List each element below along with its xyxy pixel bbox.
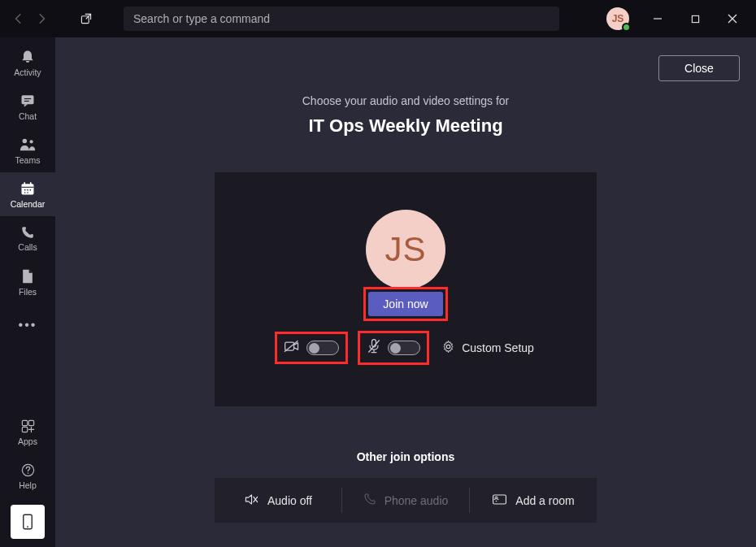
custom-setup-label: Custom Setup <box>462 341 534 354</box>
mic-control <box>367 338 420 358</box>
speaker-off-icon <box>244 493 259 509</box>
app-window: Search or type a command JS Activity <box>0 0 756 547</box>
sidebar-mobile-button[interactable] <box>11 505 45 539</box>
new-window-button[interactable] <box>73 6 99 32</box>
nav-back-button[interactable] <box>8 7 29 31</box>
room-icon <box>492 493 507 508</box>
svg-point-32 <box>446 345 450 349</box>
audio-off-label: Audio off <box>267 494 312 507</box>
sidebar-item-label: Calendar <box>11 199 46 209</box>
add-room-label: Add a room <box>515 494 574 507</box>
sidebar-item-label: Chat <box>19 111 37 121</box>
svg-rect-19 <box>22 420 27 425</box>
window-controls <box>639 0 751 37</box>
close-window-button[interactable] <box>714 0 751 37</box>
highlight-mic <box>360 333 427 362</box>
phone-icon <box>363 493 376 508</box>
audio-off-button[interactable]: Audio off <box>215 478 341 523</box>
file-icon <box>20 268 35 284</box>
nav-arrows <box>8 7 52 31</box>
mic-toggle[interactable] <box>388 341 420 355</box>
minimize-button[interactable] <box>639 0 676 37</box>
avatar-initials: JS <box>612 13 624 24</box>
svg-point-23 <box>27 472 28 474</box>
highlight-camera <box>277 334 345 362</box>
search-placeholder: Search or type a command <box>133 12 270 25</box>
custom-setup-button[interactable]: Custom Setup <box>441 340 534 356</box>
svg-point-36 <box>496 500 497 501</box>
preview-avatar-initials: JS <box>385 230 426 269</box>
nav-forward-button[interactable] <box>31 7 52 31</box>
svg-rect-20 <box>28 420 33 425</box>
body-row: Activity Chat Teams Calendar Calls <box>0 37 756 547</box>
phone-icon <box>20 225 35 240</box>
profile-avatar[interactable]: JS <box>606 7 629 30</box>
join-now-button[interactable]: Join now <box>368 292 443 316</box>
mic-off-icon <box>367 338 381 358</box>
presence-available-icon <box>622 23 631 32</box>
sidebar-item-chat[interactable]: Chat <box>0 85 55 128</box>
sidebar-item-files[interactable]: Files <box>0 260 55 304</box>
svg-point-18 <box>27 192 28 193</box>
sidebar-item-more[interactable]: ••• <box>0 304 55 348</box>
join-now-label: Join now <box>383 297 428 310</box>
camera-toggle[interactable] <box>306 341 339 355</box>
sidebar-item-activity[interactable]: Activity <box>0 41 55 85</box>
search-input[interactable]: Search or type a command <box>124 7 559 31</box>
meeting-title: IT Ops Weekly Meeting <box>308 115 502 137</box>
apps-icon <box>20 419 36 434</box>
sidebar-item-label: Calls <box>18 242 37 252</box>
gear-icon <box>441 340 455 356</box>
sidebar-item-calendar[interactable]: Calendar <box>0 172 55 216</box>
chevron-right-icon <box>36 13 47 24</box>
svg-point-17 <box>24 192 26 193</box>
sidebar-item-teams[interactable]: Teams <box>0 128 55 172</box>
close-button-label: Close <box>684 62 714 75</box>
other-options-heading: Other join options <box>357 450 455 463</box>
sidebar-item-label: Apps <box>18 436 37 446</box>
chevron-left-icon <box>13 13 24 24</box>
svg-rect-2 <box>692 15 698 22</box>
device-controls-row: Custom Setup <box>277 333 534 362</box>
mobile-icon <box>22 513 33 531</box>
main-content: Close Choose your audio and video settin… <box>55 37 756 547</box>
sidebar-item-help[interactable]: Help <box>0 454 55 498</box>
maximize-button[interactable] <box>676 0 714 37</box>
phone-audio-label: Phone audio <box>385 494 449 507</box>
maximize-icon <box>691 15 700 24</box>
add-room-button[interactable]: Add a room <box>470 478 597 523</box>
preview-avatar: JS <box>366 210 445 289</box>
video-preview-panel: JS Join now <box>215 172 597 406</box>
settings-preamble: Choose your audio and video settings for <box>302 94 510 107</box>
teams-icon <box>19 137 37 153</box>
popout-icon <box>80 12 93 25</box>
camera-control <box>284 339 339 357</box>
svg-rect-12 <box>24 182 25 185</box>
svg-point-14 <box>24 189 26 190</box>
help-icon <box>20 462 36 478</box>
sidebar: Activity Chat Teams Calendar Calls <box>0 37 55 547</box>
minimize-icon <box>653 14 663 24</box>
svg-rect-26 <box>285 342 294 350</box>
svg-rect-4 <box>22 95 34 104</box>
other-join-options: Audio off Phone audio Add a room <box>215 478 597 523</box>
svg-point-7 <box>23 138 27 143</box>
camera-off-icon <box>284 339 300 357</box>
svg-rect-13 <box>30 182 32 185</box>
sidebar-item-apps[interactable]: Apps <box>0 410 55 454</box>
svg-point-25 <box>27 526 28 527</box>
titlebar: Search or type a command JS <box>0 0 756 37</box>
svg-rect-3 <box>26 61 29 63</box>
close-button[interactable]: Close <box>658 55 740 81</box>
svg-rect-21 <box>22 427 27 432</box>
sidebar-item-label: Help <box>19 480 37 490</box>
highlight-join: Join now <box>366 289 445 319</box>
calendar-icon <box>20 180 36 197</box>
svg-point-8 <box>29 140 33 143</box>
bell-icon <box>20 49 36 65</box>
chat-icon <box>20 93 36 109</box>
sidebar-item-calls[interactable]: Calls <box>0 216 55 260</box>
phone-audio-button: Phone audio <box>342 478 469 523</box>
svg-point-15 <box>27 189 28 190</box>
more-icon: ••• <box>19 319 37 332</box>
